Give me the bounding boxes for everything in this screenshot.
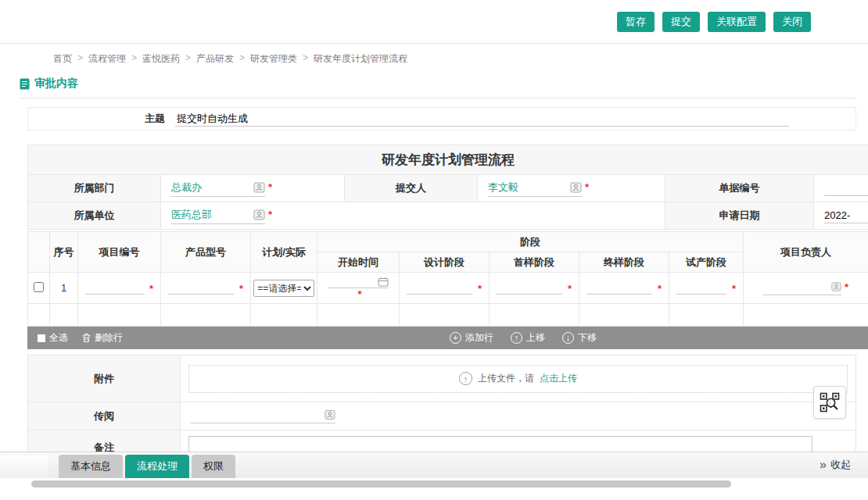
breadcrumb-separator: >	[77, 52, 83, 66]
apply-date-cell	[814, 202, 868, 230]
close-button[interactable]: 关闭	[773, 12, 811, 32]
attachments-cell: ↑ 上传文件，请 点击上传	[181, 355, 856, 402]
add-row-label: 添加行	[465, 331, 493, 345]
circulate-input[interactable]	[191, 409, 325, 421]
required-mark: *	[357, 288, 361, 300]
col-first-sample-stage: 首样阶段	[490, 252, 579, 273]
required-mark: *	[268, 209, 272, 220]
move-down-button[interactable]: ↓ 下移	[562, 331, 597, 345]
col-product-model: 产品型号	[161, 232, 251, 273]
delete-row-button[interactable]: 删除行	[82, 331, 123, 345]
tab-process-handling[interactable]: 流程处理	[125, 455, 189, 478]
submitter-cell: 李文毅 *	[478, 175, 665, 202]
subject-row: 主题	[27, 107, 856, 130]
required-mark: *	[658, 283, 662, 295]
empty-table-row	[28, 304, 868, 327]
final-sample-input[interactable]	[586, 282, 652, 295]
trial-stage-input[interactable]	[676, 282, 726, 295]
required-mark: *	[149, 283, 153, 295]
col-final-sample-stage: 终样阶段	[579, 252, 669, 273]
subject-input[interactable]	[175, 111, 789, 127]
breadcrumb-rd-category[interactable]: 研发管理类	[250, 52, 297, 66]
project-no-input[interactable]	[85, 282, 144, 295]
upload-dropzone[interactable]: ↑ 上传文件，请 点击上传	[188, 365, 848, 393]
attachments-label: 附件	[28, 355, 181, 402]
breadcrumb-product-rd[interactable]: 产品研发	[196, 52, 234, 66]
plan-actual-select[interactable]: ==请选择==	[253, 280, 314, 297]
trash-icon	[82, 333, 91, 343]
person-picker-icon[interactable]	[325, 409, 335, 420]
unit-cell: 医药总部 *	[161, 202, 665, 230]
breadcrumb-separator: >	[131, 52, 137, 66]
start-date-field[interactable]: *	[317, 277, 399, 300]
tab-stub	[0, 455, 48, 478]
unit-value-link[interactable]: 医药总部	[171, 208, 212, 222]
select-column-header	[28, 232, 50, 273]
save-draft-button[interactable]: 暂存	[617, 12, 655, 32]
apply-date-label: 申请日期	[665, 202, 814, 230]
form-title: 研发年度计划管理流程	[28, 145, 868, 175]
related-config-button[interactable]: 关联配置	[708, 12, 766, 32]
submit-button[interactable]: 提交	[662, 12, 700, 32]
section-header: 审批内容	[20, 77, 868, 91]
move-up-button[interactable]: ↑ 上移	[511, 331, 545, 345]
person-picker-icon[interactable]	[570, 182, 582, 193]
doc-no-label: 单据编号	[665, 175, 814, 202]
horizontal-scrollbar-thumb[interactable]	[31, 480, 731, 488]
qr-scan-button[interactable]	[813, 386, 846, 419]
add-row-button[interactable]: + 添加行	[450, 331, 493, 345]
move-up-label: 上移	[526, 331, 545, 345]
calendar-icon[interactable]	[378, 277, 389, 287]
department-cell: 总裁办 *	[161, 175, 345, 202]
upload-hint: 上传文件，请	[478, 372, 534, 385]
collapse-label: 收起	[830, 458, 851, 472]
top-action-bar: 暂存 提交 关联配置 关闭	[0, 0, 868, 44]
product-model-input[interactable]	[168, 282, 234, 295]
required-mark: *	[478, 283, 482, 295]
breadcrumb-separator: >	[303, 52, 308, 66]
col-project-no: 项目编号	[78, 232, 161, 273]
col-trial-stage: 试产阶段	[669, 252, 744, 273]
row-toolbar: 全选 删除行 + 添加行 ↑ 上移 ↓ 下移	[27, 327, 868, 349]
tab-permissions[interactable]: 权限	[192, 455, 235, 478]
row-checkbox[interactable]	[34, 282, 44, 292]
doc-no-input[interactable]	[824, 180, 868, 196]
breadcrumb-home[interactable]: 首页	[53, 52, 72, 66]
col-owner: 项目负责人	[744, 232, 868, 273]
collapse-button[interactable]: » 收起	[820, 458, 851, 472]
apply-date-input[interactable]	[824, 208, 868, 223]
move-down-label: 下移	[578, 331, 597, 345]
required-mark: *	[568, 283, 572, 295]
required-mark: *	[732, 283, 736, 295]
breadcrumb-separator: >	[185, 52, 191, 66]
submitter-value-link[interactable]: 李文毅	[488, 180, 518, 195]
owner-input[interactable]	[763, 281, 831, 293]
col-plan-actual: 计划/实际	[251, 232, 317, 273]
select-all-checkbox-icon	[38, 334, 45, 342]
required-mark: *	[239, 283, 243, 295]
col-design-stage: 设计阶段	[400, 252, 490, 273]
breadcrumb-company[interactable]: 蓝悦医药	[142, 52, 180, 66]
footer-tabstrip: 基本信息 流程处理 权限 » 收起	[0, 452, 868, 478]
tab-basic-info[interactable]: 基本信息	[59, 455, 123, 478]
first-sample-input[interactable]	[497, 282, 562, 295]
department-value-link[interactable]: 总裁办	[171, 180, 202, 195]
subject-label: 主题	[28, 112, 165, 126]
breadcrumb: 首页 > 流程管理 > 蓝悦医药 > 产品研发 > 研发管理类 > 研发年度计划…	[0, 44, 868, 66]
upload-link[interactable]: 点击上传	[540, 372, 577, 385]
table-row: 1 * * ==请选择== * * * * * *	[28, 273, 868, 304]
horizontal-scrollbar-track	[0, 478, 868, 490]
breadcrumb-process-mgmt[interactable]: 流程管理	[88, 52, 126, 66]
section-title: 审批内容	[34, 77, 78, 91]
row-index: 1	[50, 273, 78, 304]
select-all-button[interactable]: 全选	[38, 331, 68, 345]
arrow-down-circle-icon: ↓	[562, 332, 574, 344]
person-picker-icon[interactable]	[253, 182, 265, 193]
design-stage-input[interactable]	[407, 282, 472, 295]
document-icon	[20, 78, 30, 90]
person-picker-icon[interactable]	[253, 209, 265, 220]
delete-row-label: 删除行	[95, 331, 123, 345]
person-picker-icon[interactable]	[831, 281, 841, 292]
arrow-up-circle-icon: ↑	[511, 332, 522, 344]
required-mark: *	[845, 281, 848, 293]
